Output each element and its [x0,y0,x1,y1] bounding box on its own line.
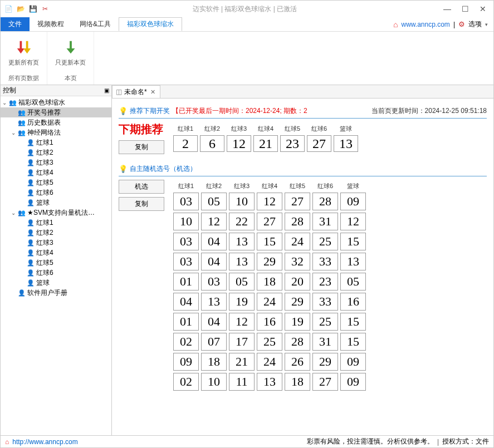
column-header: 红球6 [312,182,338,190]
copy-button-2[interactable]: 复制 [119,197,164,211]
tree-toggle-icon[interactable]: ⌄ [9,210,17,216]
tree-item[interactable]: ⌄👥★SVM支持向量机法… [1,208,111,218]
tree-label: 红球1 [35,138,53,147]
number-cell: 18 [257,273,282,291]
chevron-down-icon[interactable]: ▾ [485,22,488,27]
number-cell: 24 [285,233,310,250]
bulb-icon: 💡 [119,165,128,173]
tree-item[interactable]: 👤红球3 [1,238,111,248]
tree-item[interactable]: 👤红球4 [1,168,111,178]
maximize-button[interactable]: ☐ [457,2,473,16]
section1-title: 下期推荐 [119,122,164,137]
number-cell: 13 [229,253,255,270]
tree-item[interactable]: 👤红球6 [1,268,111,278]
tree-label: 红球4 [35,168,53,178]
number-cell: 03 [173,193,199,210]
number-cell: 18 [201,353,227,371]
number-cell: 21 [229,353,255,371]
number-cell: 09 [340,353,366,371]
number-cell: 28 [312,193,338,210]
url-link[interactable]: www.anncp.com [402,21,450,28]
save-icon[interactable]: 💾 [27,3,38,14]
column-header: 红球1 [173,124,198,133]
tree-toggle-icon[interactable]: ⌄ [9,130,17,136]
tree-label: 开奖号推荐 [26,108,61,117]
number-cell: 33 [312,253,338,270]
number-cell: 12 [227,135,251,152]
number-cell: 15 [340,333,366,351]
number-cell: 29 [285,293,310,311]
column-header: 红球4 [253,124,278,133]
new-file-icon[interactable]: 📄 [3,3,14,14]
update-time: 当前页更新时间：2024-12-25 09:51:18 [371,106,487,116]
options-link[interactable]: 选项 [468,19,482,29]
tree-item[interactable]: 👤篮球 [1,198,111,208]
tree-node-icon: 👤 [26,169,35,176]
number-cell: 13 [257,373,282,391]
tree-node-icon: 👥 [17,209,26,216]
tree-toggle-icon[interactable]: ⌄ [1,100,8,106]
menu-tab-lottery[interactable]: 福彩双色球缩水 [119,17,182,31]
status-auth: 授权方式：文件 [442,437,489,446]
tree-label: 红球5 [35,258,53,268]
tree-item[interactable]: 👤红球2 [1,228,111,238]
number-cell: 15 [257,233,282,250]
tree-item[interactable]: 👤红球1 [1,218,111,228]
number-cell: 13 [334,135,358,152]
column-header: 红球6 [307,124,331,133]
open-file-icon[interactable]: 📂 [15,3,26,14]
tree-label: ★SVM支持向量机法… [26,208,95,218]
tree-item[interactable]: 👤红球4 [1,248,111,258]
minimize-button[interactable]: — [439,2,456,16]
number-cell: 13 [229,233,255,250]
tree-label: 红球5 [35,178,53,188]
statusbar: ⌂ http://www.anncp.com 彩票有风险，投注需谨慎。分析仅供参… [1,435,493,447]
number-cell: 12 [201,213,227,230]
tree-item[interactable]: 👤红球5 [1,258,111,268]
status-warning: 彩票有风险，投注需谨慎。分析仅供参考。 [307,437,434,446]
tree-item[interactable]: 👤篮球 [1,278,111,288]
tree-item[interactable]: 👥开奖号推荐 [1,107,111,117]
number-cell: 12 [257,193,282,210]
number-cell: 04 [201,253,227,270]
menu-file[interactable]: 文件 [1,17,30,31]
number-cell: 18 [285,373,310,391]
tree-item[interactable]: 👤红球1 [1,137,111,147]
menu-tab-network[interactable]: 网络&工具 [72,17,119,31]
column-header: 红球2 [200,124,224,133]
number-cell: 04 [173,293,199,311]
section2-link[interactable]: 自主随机选号（机选） [130,164,197,174]
tree: ⌄👥福彩双色球缩水👥开奖号推荐👥历史数据表⌄👥神经网络法👤红球1👤红球2👤红球3… [1,96,111,435]
copy-button-1[interactable]: 复制 [119,140,164,154]
number-cell: 2 [173,135,198,152]
random-pick-button[interactable]: 机选 [119,180,164,194]
tree-root[interactable]: ⌄👥福彩双色球缩水 [1,97,111,107]
status-url[interactable]: http://www.anncp.com [12,438,77,446]
tree-item[interactable]: 👤红球3 [1,157,111,168]
content-area: ◫ 未命名* ✕ 💡 推荐下期开奖 【已开奖最后一期时间：2024-12-24;… [112,85,493,435]
tree-item[interactable]: 👤软件用户手册 [1,288,111,298]
tree-node-icon: 👤 [26,279,35,287]
number-cell: 24 [257,293,282,311]
close-button[interactable]: ✕ [475,2,491,16]
doc-tab[interactable]: ◫ 未命名* ✕ [112,85,160,98]
group-all-label: 所有页数据 [6,73,41,82]
close-tab-icon[interactable]: ✕ [149,88,156,96]
tree-item[interactable]: ⌄👥神经网络法 [1,127,111,137]
tree-item[interactable]: 👤红球5 [1,178,111,188]
tree-node-icon: 👤 [26,139,35,146]
pin-icon[interactable]: ▣ [104,87,109,93]
refresh-page-button[interactable]: 只更新本页 [53,34,88,73]
number-cell: 09 [340,373,366,391]
tree-node-icon: 👤 [26,229,35,237]
refresh-all-button[interactable]: 更新所有页 [6,34,41,73]
tree-item[interactable]: 👤红球2 [1,147,111,157]
number-cell: 09 [340,193,366,210]
menubar: 文件 视频教程 网络&工具 福彩双色球缩水 ⌂ www.anncp.com | … [1,17,493,32]
section1-link[interactable]: 推荐下期开奖 [130,106,170,116]
tree-node-icon: 👤 [26,239,35,247]
tree-item[interactable]: 👤红球6 [1,188,111,198]
tree-item[interactable]: 👥历史数据表 [1,117,111,127]
menu-tab-video[interactable]: 视频教程 [30,17,72,31]
cut-icon[interactable]: ✂ [40,3,51,14]
